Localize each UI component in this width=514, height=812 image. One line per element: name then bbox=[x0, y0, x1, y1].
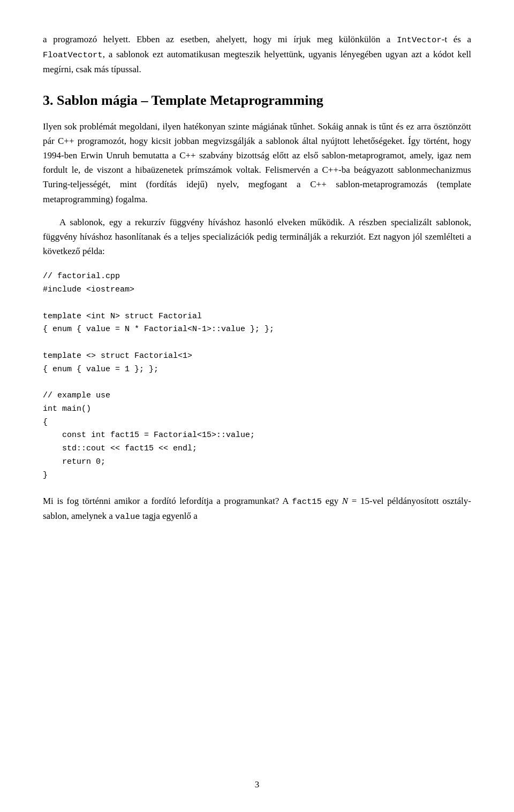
code-return-line: return 0; bbox=[43, 457, 105, 466]
code-template-2-body: { enum { value = 1 }; }; bbox=[43, 365, 158, 374]
math-n: N bbox=[342, 496, 348, 506]
body-paragraph-1: Ilyen sok problémát megoldani, ilyen hat… bbox=[43, 119, 471, 206]
code-include: #include <iostream> bbox=[43, 285, 134, 294]
inline-code-fact15: fact15 bbox=[292, 497, 322, 507]
code-template-2: template <> struct Factorial<1> bbox=[43, 351, 192, 361]
code-template-1-body: { enum { value = N * Factorial<N-1>::val… bbox=[43, 325, 274, 334]
section-number: 3. bbox=[43, 93, 54, 108]
inline-code-intvector: IntVector bbox=[397, 35, 442, 45]
code-block: // factorial.cpp #include <iostream> tem… bbox=[43, 270, 471, 482]
code-const-line: const int fact15 = Factorial<15>::value; bbox=[43, 431, 255, 440]
inline-code-floatvector: FloatVectort bbox=[43, 50, 103, 60]
code-main: int main() bbox=[43, 404, 91, 413]
code-open-brace: { bbox=[43, 418, 48, 427]
code-cout-line: std::cout << fact15 << endl; bbox=[43, 444, 197, 453]
body-paragraph-2: A sablonok, egy a rekurzív függvény hívá… bbox=[43, 215, 471, 259]
intro-paragraph: a programozó helyett. Ebben az esetben, … bbox=[43, 32, 471, 76]
code-comment-1: // factorial.cpp bbox=[43, 272, 120, 281]
closing-paragraph: Mi is fog történni amikor a fordító lefo… bbox=[43, 494, 471, 524]
page: a programozó helyett. Ebben az esetben, … bbox=[0, 0, 514, 812]
code-comment-2: // example use bbox=[43, 391, 110, 400]
code-close-brace: } bbox=[43, 471, 48, 480]
page-number: 3 bbox=[43, 778, 471, 792]
section-title: Sablon mágia – Template Metaprogramming bbox=[57, 93, 323, 108]
section-heading: 3. Sablon mágia – Template Metaprogrammi… bbox=[43, 91, 471, 110]
code-template-1: template <int N> struct Factorial bbox=[43, 312, 202, 321]
inline-code-value: value bbox=[115, 512, 140, 522]
